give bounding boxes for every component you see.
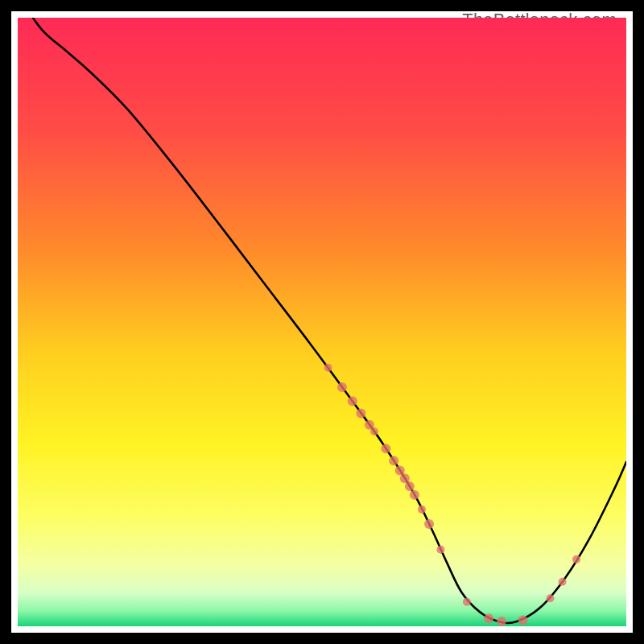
data-marker xyxy=(324,364,332,372)
data-marker xyxy=(405,481,415,491)
chart-frame: TheBottleneck.com xyxy=(11,11,633,633)
data-marker xyxy=(497,617,506,626)
plot-area xyxy=(18,18,626,626)
data-marker xyxy=(547,594,555,602)
data-marker xyxy=(410,490,419,500)
data-marker xyxy=(559,578,567,586)
data-marker xyxy=(348,396,357,406)
data-marker xyxy=(418,506,426,514)
data-marker xyxy=(484,613,493,623)
data-marker xyxy=(337,382,347,392)
data-marker xyxy=(436,546,444,554)
data-marker xyxy=(370,427,378,436)
data-marker xyxy=(389,456,398,465)
data-marker xyxy=(356,408,365,418)
data-marker xyxy=(463,598,471,606)
data-marker xyxy=(572,555,580,564)
data-marker xyxy=(518,615,527,625)
data-marker xyxy=(424,519,434,529)
data-marker xyxy=(381,444,390,453)
gradient-background xyxy=(18,18,626,626)
chart-svg xyxy=(18,18,626,626)
